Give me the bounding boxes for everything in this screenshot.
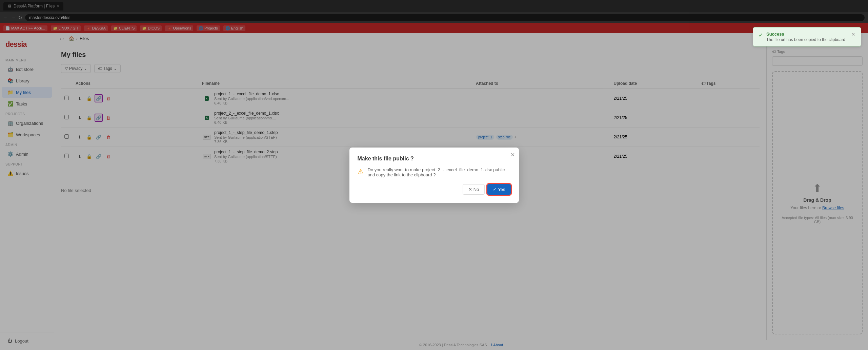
modal-actions: ✕ No ✓ Yes (358, 184, 511, 195)
modal-warning-icon: ⚠ (358, 168, 364, 176)
modal-close-btn[interactable]: ✕ (510, 152, 515, 158)
success-check-icon: ✓ (759, 32, 763, 38)
yes-label: Yes (498, 187, 505, 192)
modal-body: ⚠ Do you really want to make project_2_-… (358, 167, 511, 177)
notification-close-btn[interactable]: ✕ (851, 32, 855, 37)
no-label: No (473, 187, 479, 192)
modal-no-btn[interactable]: ✕ No (463, 184, 485, 195)
modal-overlay[interactable]: Make this file public ? ✕ ⚠ Do you reall… (0, 0, 868, 350)
success-message: The file url has been copied to the clip… (766, 37, 848, 42)
yes-check-icon: ✓ (493, 187, 497, 192)
modal-title: Make this file public ? (358, 156, 511, 162)
make-public-modal: Make this file public ? ✕ ⚠ Do you reall… (349, 148, 519, 203)
modal-yes-btn[interactable]: ✓ Yes (487, 184, 510, 195)
success-content: Success The file url has been copied to … (766, 32, 848, 42)
success-title: Success (766, 32, 848, 37)
no-x-icon: ✕ (468, 187, 472, 192)
success-notification: ✓ Success The file url has been copied t… (753, 27, 861, 46)
modal-body-text: Do you really want to make project_2_-_e… (368, 167, 511, 177)
